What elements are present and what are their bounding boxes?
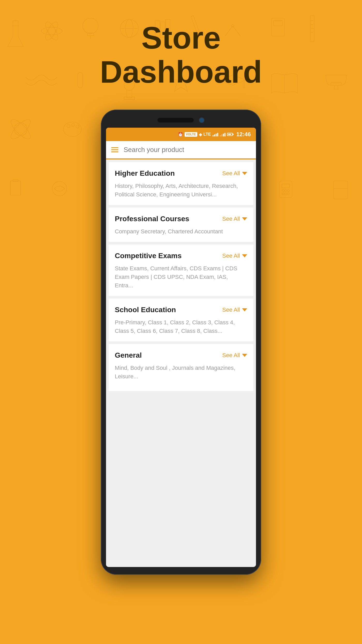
see-all-professional-courses[interactable]: See All	[222, 216, 247, 222]
chevron-down-icon-higher-education	[242, 172, 247, 175]
category-header-school-education: School Education See All	[115, 306, 247, 314]
category-header-competitive-exams: Competitive Exams See All	[115, 252, 247, 260]
lte-label: LTE	[203, 132, 211, 137]
category-header-higher-education: Higher Education See All	[115, 169, 247, 178]
volte-badge: VOLTE	[185, 132, 197, 137]
category-card-competitive-exams[interactable]: Competitive Exams See All State Exams, C…	[109, 244, 253, 296]
svg-point-62	[285, 193, 287, 195]
signal-bar-1	[213, 132, 218, 136]
svg-point-3	[43, 20, 60, 42]
svg-rect-48	[13, 179, 18, 181]
chevron-down-icon-school-education	[242, 308, 247, 311]
status-time: 12:46	[236, 131, 251, 138]
phone-speaker	[157, 118, 194, 122]
category-subtitle-professional-courses: Company Secretary, Chartered Accountant	[115, 227, 247, 236]
svg-point-61	[282, 193, 284, 195]
category-title-school-education: School Education	[115, 306, 176, 314]
phone-top	[106, 117, 256, 123]
svg-rect-34	[334, 85, 338, 89]
alarm-icon: ⏰	[178, 132, 183, 137]
category-title-competitive-exams: Competitive Exams	[115, 252, 182, 260]
svg-rect-57	[282, 184, 290, 188]
svg-point-49	[52, 181, 67, 196]
svg-rect-64	[334, 181, 348, 199]
category-header-general: General See All	[115, 351, 247, 359]
phone-device: ⏰ VOLTE ◈ LTE	[101, 110, 261, 575]
svg-point-2	[41, 27, 62, 35]
category-subtitle-higher-education: History, Philosophy, Arts, Architecture,…	[115, 182, 247, 199]
svg-point-35	[14, 123, 27, 136]
svg-point-36	[8, 117, 33, 142]
category-subtitle-competitive-exams: State Exams, Current Affairs, CDS Exams …	[115, 264, 247, 290]
svg-rect-33	[331, 83, 341, 85]
wifi-icon: ◈	[199, 132, 202, 137]
category-card-general[interactable]: General See All Mind, Body and Soul , Jo…	[109, 344, 253, 391]
svg-rect-47	[10, 181, 21, 195]
svg-point-39	[67, 125, 70, 128]
see-all-higher-education[interactable]: See All	[222, 170, 247, 177]
menu-button[interactable]	[111, 147, 118, 152]
svg-point-38	[63, 122, 81, 136]
category-subtitle-general: Mind, Body and Soul , Journals and Magaz…	[115, 364, 247, 381]
phone-frame: ⏰ VOLTE ◈ LTE	[101, 110, 261, 575]
see-all-general[interactable]: See All	[222, 352, 247, 359]
category-title-general: General	[115, 351, 142, 359]
svg-point-60	[287, 189, 289, 191]
search-bar[interactable]	[106, 141, 256, 159]
svg-rect-56	[279, 181, 292, 198]
chevron-down-icon-professional-courses	[242, 217, 247, 220]
svg-point-37	[8, 117, 33, 142]
battery-icon	[227, 133, 233, 136]
category-card-higher-education[interactable]: Higher Education See All History, Philos…	[109, 162, 253, 205]
signal-bar-2	[220, 132, 225, 136]
category-card-professional-courses[interactable]: Professional Courses See All Company Sec…	[109, 208, 253, 242]
category-card-school-education[interactable]: School Education See All Pre-Primary, Cl…	[109, 298, 253, 341]
svg-point-4	[43, 20, 60, 42]
category-subtitle-school-education: Pre-Primary, Class 1, Class 2, Class 3, …	[115, 318, 247, 335]
phone-screen: ⏰ VOLTE ◈ LTE	[106, 128, 256, 567]
page-title: Store Dashboard	[100, 21, 262, 89]
svg-point-58	[282, 189, 284, 191]
category-title-professional-courses: Professional Courses	[115, 215, 189, 223]
see-all-competitive-exams[interactable]: See All	[222, 252, 247, 259]
svg-point-59	[285, 189, 287, 191]
categories-container: Higher Education See All History, Philos…	[106, 159, 256, 394]
svg-point-1	[48, 27, 56, 35]
see-all-school-education[interactable]: See All	[222, 306, 247, 313]
chevron-down-icon-general	[242, 354, 247, 357]
search-input[interactable]	[124, 146, 251, 154]
svg-point-63	[287, 193, 289, 195]
category-header-professional-courses: Professional Courses See All	[115, 215, 247, 223]
svg-rect-20	[310, 16, 314, 41]
chevron-down-icon-competitive-exams	[242, 254, 247, 257]
phone-camera	[199, 117, 205, 123]
svg-rect-18	[272, 18, 284, 36]
svg-rect-25	[78, 72, 83, 88]
svg-rect-19	[274, 21, 282, 26]
svg-point-41	[76, 125, 79, 128]
category-title-higher-education: Higher Education	[115, 169, 175, 178]
svg-point-40	[72, 123, 75, 126]
status-icons: ⏰ VOLTE ◈ LTE	[178, 131, 251, 138]
status-bar: ⏰ VOLTE ◈ LTE	[106, 128, 256, 141]
page-title-section: Store Dashboard	[90, 0, 273, 104]
